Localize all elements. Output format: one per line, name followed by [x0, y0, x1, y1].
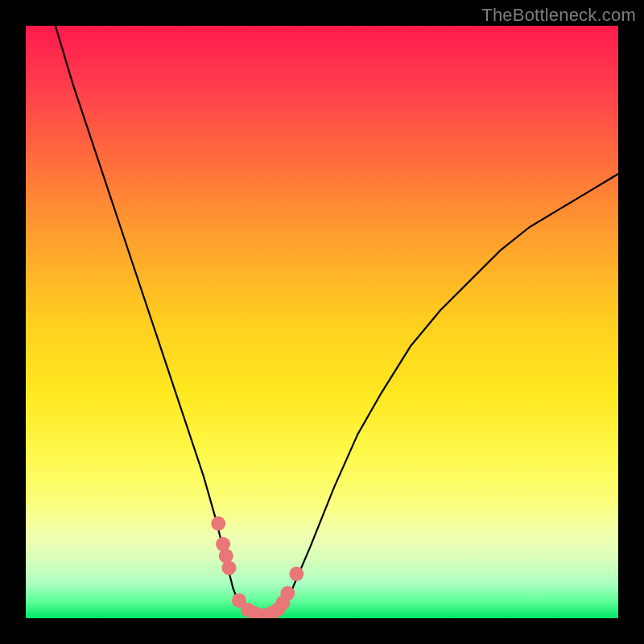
data-point	[280, 586, 295, 601]
data-point	[211, 516, 225, 530]
plot-area	[26, 26, 618, 618]
chart-frame: TheBottleneck.com	[0, 0, 644, 644]
bottleneck-curve	[56, 26, 618, 617]
bottleneck-curve-chart	[26, 26, 618, 618]
watermark-label: TheBottleneck.com	[481, 5, 636, 26]
data-point	[289, 567, 303, 581]
data-point	[221, 560, 236, 575]
